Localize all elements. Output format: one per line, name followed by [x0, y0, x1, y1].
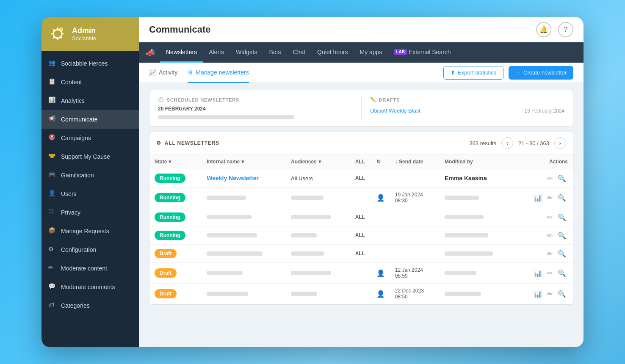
status-badge: Draft: [155, 289, 177, 298]
nav-tab-widgets[interactable]: Widgets: [230, 42, 263, 63]
nav-tabs-bar: 📣 NewslettersAlertsWidgetsBotsChatQuiet …: [139, 42, 584, 63]
search-icon[interactable]: 🔍: [558, 250, 566, 258]
sidebar-header: Admin Sociabble: [41, 17, 139, 51]
stats-icon[interactable]: 📊: [534, 290, 542, 298]
cell-modified-by: [440, 208, 514, 226]
content-icon: 📋: [48, 78, 57, 86]
edit-icon[interactable]: ✏: [547, 194, 553, 202]
sidebar-item-analytics[interactable]: 📊Analytics: [41, 91, 139, 110]
col-send-date[interactable]: ↓ Send date: [390, 154, 440, 169]
nav-tab-alerts[interactable]: Alerts: [203, 42, 230, 63]
tab-label: External Search: [409, 49, 451, 55]
search-icon[interactable]: 🔍: [558, 232, 566, 240]
modifier-placeholder: [445, 292, 481, 296]
sub-tabs-left: 📈 Activity ⚙ Manage newsletters: [149, 63, 249, 83]
search-icon[interactable]: 🔍: [558, 194, 566, 202]
newsletter-table: State ▾ Internal name ▾: [149, 154, 573, 304]
cell-actions: 📊✏🔍: [514, 188, 573, 208]
edit-icon[interactable]: ✏: [547, 213, 553, 221]
cell-internal-name: [202, 226, 286, 245]
sidebar-item-privacy[interactable]: 🛡Privacy: [41, 203, 139, 222]
cell-all-tag: [350, 188, 371, 208]
gamification-icon: 🎮: [48, 171, 57, 179]
cell-send-date: [390, 226, 440, 245]
pagination-info: 363 results ‹ 21 - 30 / 363 ›: [469, 137, 566, 149]
cell-modified-by: [440, 263, 514, 284]
name-placeholder: [207, 196, 246, 200]
sidebar: Admin Sociabble 👥Sociabble Heroes📋Conten…: [41, 17, 139, 347]
sidebar-item-manage-requests[interactable]: 📦Manage Requests: [41, 222, 139, 240]
edit-icon[interactable]: ✏: [547, 232, 553, 240]
stats-icon[interactable]: 📊: [534, 194, 542, 202]
sidebar-item-users[interactable]: 👤Users: [41, 185, 139, 203]
sidebar-item-gamification[interactable]: 🎮Gamification: [41, 166, 139, 185]
tab-activity[interactable]: 📈 Activity: [149, 63, 177, 83]
nav-tab-external-search[interactable]: LABExternal Search: [388, 42, 456, 63]
sidebar-item-sociabble-heroes[interactable]: 👥Sociabble Heroes: [41, 54, 139, 73]
col-refresh[interactable]: ↻: [371, 154, 390, 169]
sidebar-item-categories[interactable]: 🏷Categories: [41, 296, 139, 315]
page-title: Communicate: [149, 24, 210, 35]
newsletter-name-link[interactable]: Weekly Newsletter: [207, 175, 259, 182]
sidebar-item-configuration[interactable]: ⚙Configuration: [41, 240, 139, 259]
search-icon[interactable]: 🔍: [558, 290, 566, 298]
col-audiences[interactable]: Audiences ▾: [286, 154, 350, 169]
notification-button[interactable]: 🔔: [536, 22, 551, 37]
nav-tab-chat[interactable]: Chat: [287, 42, 312, 63]
sidebar-item-label: Configuration: [61, 246, 96, 253]
pencil-icon: ✏️: [370, 97, 376, 102]
panel-header: ⚙ ALL NEWSLETTERS 363 results ‹ 21 - 30 …: [149, 132, 573, 154]
search-icon[interactable]: 🔍: [558, 174, 566, 182]
col-modified-label: Modified by: [445, 159, 473, 165]
edit-icon[interactable]: ✏: [547, 174, 553, 182]
upload-icon: ⬆: [451, 69, 455, 76]
admin-label: Admin: [72, 26, 96, 35]
tab-label: Alerts: [209, 49, 224, 55]
tab-manage-newsletters[interactable]: ⚙ Manage newsletters: [188, 63, 249, 83]
help-icon: ?: [564, 26, 568, 33]
scheduled-section: 🕐 SCHEDULED NEWSLETTERS 20 FEBRUARY 2024…: [149, 90, 573, 127]
name-placeholder: [207, 233, 257, 237]
col-internal-name[interactable]: Internal name ▾: [202, 154, 286, 169]
export-statistics-button[interactable]: ⬆ Export statistics: [443, 66, 503, 80]
sidebar-item-campaigns[interactable]: 🎯Campaigns: [41, 129, 139, 147]
nav-tab-newsletters[interactable]: Newsletters: [160, 42, 203, 63]
cell-audiences: [286, 245, 350, 263]
edit-icon[interactable]: ✏: [547, 290, 553, 298]
search-icon[interactable]: 🔍: [558, 213, 566, 221]
nav-tab-quiet-hours[interactable]: Quiet hours: [311, 42, 354, 63]
sidebar-item-content[interactable]: 📋Content: [41, 73, 139, 91]
prev-page-button[interactable]: ‹: [501, 137, 513, 149]
col-state[interactable]: State ▾: [149, 154, 202, 169]
next-page-button[interactable]: ›: [554, 137, 566, 149]
sidebar-item-moderate-content[interactable]: ✏Moderate content: [41, 259, 139, 278]
sidebar-item-moderate-comments[interactable]: 💬Moderate comments: [41, 278, 139, 296]
drafts-title: DRAFTS: [379, 97, 400, 102]
create-newsletter-button[interactable]: ＋ Create newsletter: [509, 66, 573, 80]
nav-tab-my-apps[interactable]: My apps: [354, 42, 388, 63]
sidebar-item-support-my-cause[interactable]: 🤝Support My Cause: [41, 147, 139, 166]
refresh-icon[interactable]: ↻: [376, 159, 381, 165]
categories-icon: 🏷: [48, 301, 57, 310]
search-icon[interactable]: 🔍: [558, 269, 566, 277]
user-icon: 👤: [376, 290, 385, 298]
nav-tab-bots[interactable]: Bots: [263, 42, 287, 63]
sub-tabs: 📈 Activity ⚙ Manage newsletters ⬆ Export…: [139, 63, 584, 83]
panel-title-text: ALL NEWSLETTERS: [165, 140, 219, 146]
cell-send-date: [390, 245, 440, 263]
audiences-placeholder: [291, 233, 317, 237]
chart-icon: 📈: [149, 69, 156, 76]
help-button[interactable]: ?: [558, 22, 573, 37]
cell-internal-name[interactable]: Weekly Newsletter: [202, 169, 286, 188]
table-row: RunningALL✏🔍: [149, 226, 573, 245]
cell-state: Draft: [149, 245, 202, 263]
communicate-icon: 📢: [48, 115, 57, 124]
stats-icon[interactable]: 📊: [534, 269, 542, 277]
edit-icon[interactable]: ✏: [547, 269, 553, 277]
draft-link[interactable]: Ubisoft Weekly Blast: [370, 108, 420, 114]
sidebar-item-communicate[interactable]: 📢Communicate: [41, 110, 139, 129]
cell-user-icon: [371, 208, 390, 226]
edit-icon[interactable]: ✏: [547, 250, 553, 258]
tab-label: Widgets: [236, 49, 257, 55]
action-buttons: 📊✏🔍: [519, 269, 568, 277]
